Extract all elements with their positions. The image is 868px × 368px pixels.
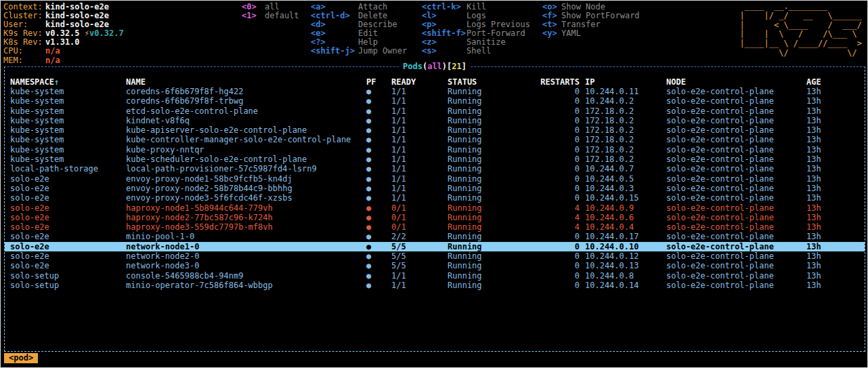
cell-ready: 1/1 <box>391 193 448 203</box>
cell-namespace: kube-system <box>10 145 126 155</box>
table-row[interactable]: kube-systemcoredns-6f6b679f8f-trbwg●1/1R… <box>5 96 865 106</box>
cell-ip: 172.18.0.2 <box>580 106 666 116</box>
cell-restarts: 0 <box>540 155 580 164</box>
menu-item-label: Delete <box>358 11 387 20</box>
pod-status-dot-icon: ● <box>366 125 371 135</box>
cell-ready: 1/1 <box>391 96 448 106</box>
panel-title-count: 21 <box>452 62 461 71</box>
cell-pf: ● <box>366 87 391 96</box>
cell-ready: 1/1 <box>391 106 448 116</box>
cell-status: Running <box>448 164 540 173</box>
table-row[interactable]: solo-e2enetwork-node1-0●5/5Running010.24… <box>5 242 865 251</box>
table-row[interactable]: solo-e2enetwork-node3-0●5/5Running010.24… <box>5 261 865 270</box>
pod-status-dot-icon: ● <box>366 155 371 164</box>
cell-node: solo-e2e-control-plane <box>666 135 806 144</box>
cell-restarts: 0 <box>540 125 580 135</box>
table-row[interactable]: local-path-storagelocal-path-provisioner… <box>5 164 865 173</box>
table-row[interactable]: solo-e2enetwork-node2-0●5/5Running010.24… <box>5 251 865 261</box>
table-row[interactable]: solo-setupminio-operator-7c586f864-wbbgp… <box>5 281 865 290</box>
cell-age: 13h <box>806 261 865 270</box>
column-header-ready: READY <box>391 77 448 87</box>
cell-pf: ● <box>366 281 391 290</box>
menu-item-label: YAML <box>561 28 581 38</box>
cell-node: solo-e2e-control-plane <box>666 116 806 125</box>
pod-status-dot-icon: ● <box>366 164 371 173</box>
pod-crumb[interactable]: <pod> <box>4 353 38 363</box>
table-row[interactable]: solo-setupconsole-5465988cb4-94nm9●1/1Ru… <box>5 271 865 281</box>
cell-restarts: 0 <box>540 242 580 251</box>
cell-ready: 1/1 <box>391 271 448 281</box>
cell-ready: 1/1 <box>391 145 448 155</box>
menu-item-label: Attach <box>358 2 387 12</box>
info-line: CPU:n/a <box>3 47 124 56</box>
table-row[interactable]: kube-systemkube-scheduler-solo-e2e-contr… <box>5 155 865 164</box>
cell-status: Running <box>448 271 540 281</box>
cell-ready: 0/1 <box>391 203 448 213</box>
column-header-name: NAME <box>126 77 366 87</box>
pod-status-dot-icon: ● <box>366 87 371 96</box>
cell-ip: 172.18.0.2 <box>580 145 666 155</box>
pod-status-dot-icon: ● <box>366 261 371 270</box>
cell-ip: 10.244.0.2 <box>580 96 666 106</box>
cell-age: 13h <box>806 96 865 106</box>
cell-ip: 172.18.0.2 <box>580 155 666 164</box>
info-value: n/a <box>45 56 60 65</box>
table-row[interactable]: solo-e2eenvoy-proxy-node1-58bc9fcfb5-kn4… <box>5 174 865 184</box>
cell-ready: 5/5 <box>391 242 448 251</box>
cell-age: 13h <box>806 271 865 281</box>
table-row[interactable]: solo-e2ehaproxy-node2-77bc587c96-k724h●0… <box>5 213 865 222</box>
cell-ip: 10.244.0.4 <box>580 222 666 232</box>
info-value: n/a <box>45 46 60 56</box>
menu-item-label: Jump Owner <box>358 46 407 56</box>
cell-ip: 10.244.0.15 <box>580 193 666 203</box>
cell-node: solo-e2e-control-plane <box>666 106 806 116</box>
cell-age: 13h <box>806 251 865 261</box>
cell-status: Running <box>448 116 540 125</box>
table-row[interactable]: solo-e2ehaproxy-node1-5b8944c644-779vh●0… <box>5 203 865 213</box>
table-row[interactable]: kube-systemcoredns-6f6b679f8f-hg422●1/1R… <box>5 87 865 96</box>
cell-status: Running <box>448 155 540 164</box>
menu-item: <y>YAML <box>542 29 640 38</box>
k9s-ascii-logo: ____ __.________ | |/ _/ __ \______ | < … <box>739 2 862 58</box>
pod-status-dot-icon: ● <box>366 242 371 251</box>
table-row[interactable]: kube-systemetcd-solo-e2e-control-plane●1… <box>5 106 865 116</box>
cell-status: Running <box>448 106 540 116</box>
cell-pf: ● <box>366 251 391 261</box>
cell-namespace: solo-e2e <box>10 222 126 232</box>
info-value: v0.32.5 <box>45 28 80 38</box>
cell-restarts: 0 <box>540 106 580 116</box>
table-row[interactable]: kube-systemkube-controller-manager-solo-… <box>5 135 865 144</box>
pod-status-dot-icon: ● <box>366 116 371 125</box>
cell-age: 13h <box>806 184 865 193</box>
menu-item-label: Sanitize <box>466 37 506 47</box>
cell-name: envoy-proxy-node2-58b78b44c9-bbhhg <box>126 184 366 193</box>
cell-name: minio-pool-1-0 <box>126 232 366 241</box>
cell-status: Running <box>448 193 540 203</box>
cell-namespace: solo-e2e <box>10 203 126 213</box>
menu-item-key: <y> <box>542 29 561 38</box>
menu-item-label: Describe <box>358 20 397 29</box>
cell-pf: ● <box>366 193 391 203</box>
cell-age: 13h <box>806 203 865 213</box>
cell-namespace: kube-system <box>10 106 126 116</box>
cluster-info: Context:kind-solo-e2eCluster:kind-solo-e… <box>3 3 124 65</box>
table-row[interactable]: kube-systemkube-proxy-nntqr●1/1Running01… <box>5 145 865 155</box>
table-row[interactable]: solo-e2ehaproxy-node3-559dc7797b-mf8vh●0… <box>5 222 865 232</box>
cell-pf: ● <box>366 232 391 241</box>
pod-status-dot-icon: ● <box>366 174 371 184</box>
cell-status: Running <box>448 125 540 135</box>
table-row[interactable]: solo-e2eenvoy-proxy-node3-5f6fcdc46f-xzs… <box>5 193 865 203</box>
table-row[interactable]: solo-e2eenvoy-proxy-node2-58b78b44c9-bbh… <box>5 184 865 193</box>
cell-ready: 1/1 <box>391 87 448 96</box>
table-row[interactable]: solo-e2eminio-pool-1-0●2/2Running010.244… <box>5 232 865 241</box>
pods-panel: Pods(all)[21] NAMESPACE↑NAMEPFREADYSTATU… <box>4 66 865 352</box>
cell-node: solo-e2e-control-plane <box>666 281 806 290</box>
cell-restarts: 4 <box>540 213 580 222</box>
cell-restarts: 0 <box>540 87 580 96</box>
hotkey-item: <1>default <box>242 12 299 20</box>
table-row[interactable]: kube-systemkindnet-v8f6q●1/1Running0172.… <box>5 116 865 125</box>
table-row[interactable]: kube-systemkube-apiserver-solo-e2e-contr… <box>5 125 865 135</box>
cell-namespace: kube-system <box>10 155 126 164</box>
cell-namespace: local-path-storage <box>10 164 126 173</box>
menu-column-3: <o>Show Node<f>Show PortForward<t>Transf… <box>542 3 640 38</box>
